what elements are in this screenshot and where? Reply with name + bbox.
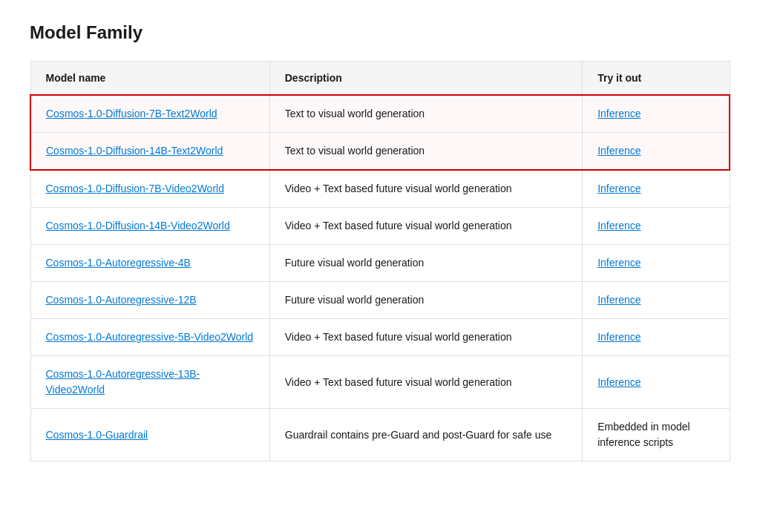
try-it-out-cell: Inference: [583, 245, 730, 282]
description-cell: Video + Text based future visual world g…: [269, 319, 582, 356]
header-try-it-out: Try it out: [583, 62, 730, 96]
model-link[interactable]: Cosmos-1.0-Autoregressive-13B-Video2Worl…: [46, 367, 255, 398]
table-row: Cosmos-1.0-Diffusion-7B-Text2WorldText t…: [30, 95, 730, 133]
model-name-cell: Cosmos-1.0-Autoregressive-13B-Video2Worl…: [30, 356, 269, 409]
model-name-cell: Cosmos-1.0-Diffusion-14B-Text2World: [30, 133, 269, 171]
description-cell: Text to visual world generation: [269, 95, 582, 133]
inference-link[interactable]: Inference: [597, 183, 641, 194]
model-name-cell: Cosmos-1.0-Autoregressive-12B: [30, 282, 269, 319]
table-row: Cosmos-1.0-Autoregressive-5B-Video2World…: [30, 319, 730, 356]
inference-link[interactable]: Inference: [597, 145, 641, 157]
inference-link[interactable]: Inference: [597, 331, 641, 343]
header-model-name: Model name: [30, 62, 269, 96]
model-name-cell: Cosmos-1.0-Guardrail: [30, 409, 269, 462]
try-it-out-cell: Inference: [583, 319, 730, 356]
description-cell: Guardrail contains pre-Guard and post-Gu…: [269, 409, 582, 462]
description-cell: Future visual world generation: [269, 282, 582, 319]
page-title: Model Family: [30, 22, 730, 43]
model-name-cell: Cosmos-1.0-Diffusion-14B-Video2World: [30, 208, 269, 245]
try-it-out-cell: Inference: [583, 133, 730, 171]
description-cell: Future visual world generation: [269, 245, 582, 282]
model-link[interactable]: Cosmos-1.0-Autoregressive-4B: [46, 255, 191, 271]
try-it-out-cell: Embedded in model inference scripts: [583, 409, 730, 462]
description-cell: Video + Text based future visual world g…: [269, 356, 582, 409]
description-cell: Video + Text based future visual world g…: [269, 208, 582, 245]
model-name-cell: Cosmos-1.0-Autoregressive-5B-Video2World: [30, 319, 269, 356]
description-cell: Video + Text based future visual world g…: [269, 170, 582, 208]
try-it-out-cell: Inference: [583, 95, 730, 133]
model-name-cell: Cosmos-1.0-Diffusion-7B-Video2World: [30, 170, 269, 208]
table-row: Cosmos-1.0-Diffusion-14B-Video2WorldVide…: [30, 208, 730, 245]
table-header-row: Model name Description Try it out: [30, 62, 730, 96]
model-name-cell: Cosmos-1.0-Diffusion-7B-Text2World: [30, 95, 269, 133]
table-row: Cosmos-1.0-Autoregressive-12BFuture visu…: [30, 282, 730, 319]
inference-link[interactable]: Inference: [597, 220, 641, 231]
model-link[interactable]: Cosmos-1.0-Diffusion-7B-Text2World: [46, 106, 217, 122]
table-row: Cosmos-1.0-Diffusion-7B-Video2WorldVideo…: [30, 170, 730, 208]
inference-link[interactable]: Inference: [597, 108, 641, 119]
description-cell: Text to visual world generation: [269, 133, 582, 171]
try-it-out-cell: Inference: [583, 356, 730, 409]
table-row: Cosmos-1.0-Diffusion-14B-Text2WorldText …: [30, 133, 730, 171]
try-it-out-cell: Inference: [583, 208, 730, 245]
try-it-out-cell: Inference: [583, 282, 730, 319]
try-it-out-cell: Inference: [583, 170, 730, 208]
header-description: Description: [269, 62, 582, 96]
model-link[interactable]: Cosmos-1.0-Diffusion-7B-Video2World: [46, 181, 224, 197]
model-name-cell: Cosmos-1.0-Autoregressive-4B: [30, 245, 269, 282]
model-link[interactable]: Cosmos-1.0-Diffusion-14B-Video2World: [46, 218, 230, 234]
inference-link[interactable]: Inference: [597, 294, 641, 306]
model-family-table: Model name Description Try it out Cosmos…: [30, 61, 730, 462]
model-link[interactable]: Cosmos-1.0-Diffusion-14B-Text2World: [46, 143, 223, 159]
table-row: Cosmos-1.0-GuardrailGuardrail contains p…: [30, 409, 730, 462]
inference-link[interactable]: Inference: [597, 376, 641, 388]
inference-link[interactable]: Inference: [597, 257, 641, 269]
model-link[interactable]: Cosmos-1.0-Autoregressive-12B: [46, 292, 197, 308]
model-link[interactable]: Cosmos-1.0-Guardrail: [46, 427, 148, 443]
model-link[interactable]: Cosmos-1.0-Autoregressive-5B-Video2World: [46, 329, 254, 345]
table-row: Cosmos-1.0-Autoregressive-4BFuture visua…: [30, 245, 730, 282]
table-row: Cosmos-1.0-Autoregressive-13B-Video2Worl…: [30, 356, 730, 409]
